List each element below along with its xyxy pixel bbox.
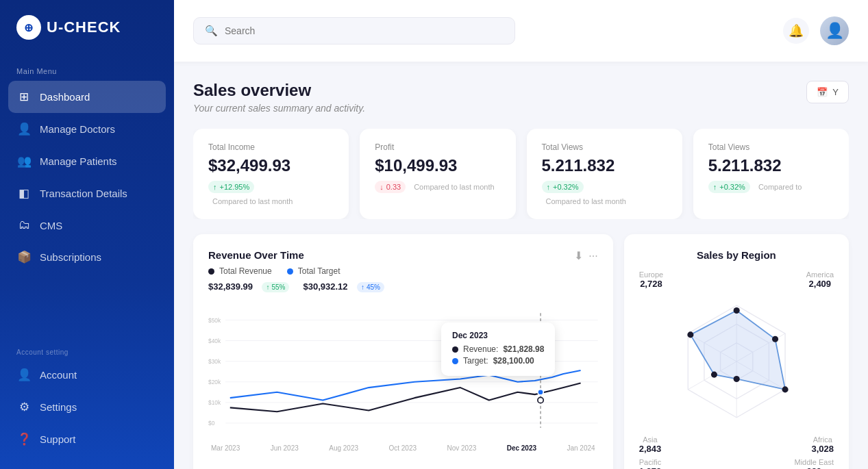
page-title-group: Sales overview Your current sales summar… [193,81,365,114]
chart-title-group: Revenue Over Time Total Revenue Total Ta… [208,249,384,292]
sidebar-item-account[interactable]: 👤 Account [0,359,174,391]
stat-label: Profit [375,142,500,152]
asia-value: 2,843 [639,444,662,454]
svg-text:$20k: $20k [208,379,221,385]
sidebar-item-label: Dashboard [40,91,90,103]
chart-values-row: $32,839.99 ↑ 55% $30,932.12 ↑ 45% [208,280,384,292]
region-middle-east: Middle East 929 [795,458,834,469]
stat-label: Total Views [708,142,834,152]
manage-doctors-icon: 👤 [16,122,32,136]
region-asia: Asia 2,843 [639,435,662,454]
stat-badge-profit: ↓ 0.33 [375,181,406,193]
sidebar: ⊕ U-CHECK Main Menu ⊞ Dashboard 👤 Manage… [0,0,174,469]
svg-point-27 [687,331,693,338]
svg-point-24 [782,386,788,392]
sidebar-item-label: CMS [40,220,62,231]
chart-title: Revenue Over Time [208,249,384,261]
arrow-up-icon: ↑ [713,183,717,191]
radar-container [639,293,834,433]
svg-point-26 [711,372,717,378]
svg-point-14 [538,397,543,403]
topbar-right: 🔔 👤 [783,16,849,45]
sidebar-item-transaction-details[interactable]: ◧ Transaction Details [0,177,174,210]
transaction-icon: ◧ [16,186,32,201]
arrow-down-icon: ↓ [380,183,384,191]
search-box[interactable]: 🔍 [193,17,515,45]
svg-point-22 [733,307,739,314]
revenue-badge: ↑ 55% [262,282,289,292]
more-options-icon[interactable]: ··· [588,250,597,262]
svg-point-25 [733,376,739,382]
america-label: America [806,270,834,279]
america-value: 2,409 [806,279,834,289]
stat-compare: Compared to [758,183,802,191]
sidebar-item-label: Manage Doctors [40,123,115,135]
stat-compare: Compared to last month [546,197,626,205]
logo-icon: ⊕ [16,15,41,40]
target-value: $30,932.12 [303,281,347,292]
sidebar-item-label: Manage Patients [40,155,117,167]
revenue-value: $32,839.99 [208,281,253,292]
svg-point-23 [772,336,778,342]
brand-name: U-CHECK [47,18,121,36]
line-chart-svg: $50k $40k $30k $20k $10k $0 [208,302,598,439]
notification-icon[interactable]: 🔔 [783,18,809,44]
legend-dot-revenue [208,268,214,275]
europe-value: 2,728 [639,279,663,289]
xaxis-label-oct: Oct 2023 [388,444,417,452]
chart-legend: Total Revenue Total Target [208,266,384,276]
sidebar-item-label: Support [40,433,76,445]
sidebar-item-manage-doctors[interactable]: 👤 Manage Doctors [0,113,174,145]
download-icon[interactable]: ⬇ [574,249,583,262]
legend-label-revenue: Total Revenue [219,266,272,276]
xaxis-label-nov: Nov 2023 [447,444,476,452]
stat-value: $32,499.93 [208,156,334,175]
africa-value: 3,028 [811,444,834,454]
middle-east-label: Middle East [795,458,834,466]
sidebar-section-label: Main Menu [0,55,174,81]
page-title: Sales overview [193,81,365,100]
stat-value: $10,499.93 [375,156,500,175]
calendar-label: Y [832,87,839,97]
search-input[interactable] [225,25,504,36]
region-labels-top: Europe 2,728 America 2,409 [639,270,834,289]
xaxis-label-jun: Jun 2023 [271,444,299,452]
pacific-label: Pacific [639,458,662,466]
radar-title: Sales by Region [639,249,834,261]
revenue-value-group: $32,839.99 ↑ 55% [208,280,289,292]
dashboard-icon: ⊞ [16,90,32,104]
main-content: Sales overview Your current sales summar… [174,62,868,469]
svg-text:$30k: $30k [208,358,221,365]
charts-row: Revenue Over Time Total Revenue Total Ta… [193,234,849,469]
target-badge: ↑ 45% [357,282,384,292]
legend-dot-target [287,268,293,275]
xaxis-label-jan: Jan 2024 [567,444,595,452]
legend-revenue: Total Revenue [208,266,272,276]
sidebar-item-cms[interactable]: 🗂 CMS [0,210,174,241]
svg-text:$10k: $10k [208,399,221,406]
stat-label: Total Income [208,142,334,152]
svg-text:$50k: $50k [208,317,221,324]
settings-icon: ⚙ [16,400,32,414]
stat-card-total-views-2: Total Views 5.211.832 ↑ +0.32% Compared … [693,129,849,219]
stat-cards: Total Income $32,499.93 ↑ +12.95% Compar… [193,129,849,219]
stat-card-total-views-1: Total Views 5.211.832 ↑ +0.32% Compared … [527,129,682,219]
page-header: Sales overview Your current sales summar… [193,81,849,114]
stat-label: Total Views [542,142,667,152]
chart-actions[interactable]: ⬇ ··· [574,249,597,262]
svg-text:$40k: $40k [208,338,221,344]
calendar-button[interactable]: 📅 Y [806,81,849,103]
line-chart-container: $50k $40k $30k $20k $10k $0 [208,302,598,452]
user-avatar[interactable]: 👤 [820,16,849,45]
brand-logo[interactable]: ⊕ U-CHECK [0,0,174,55]
calendar-icon: 📅 [817,87,828,97]
sidebar-item-manage-patients[interactable]: 👥 Manage Patients [0,145,174,177]
sidebar-item-support[interactable]: ❓ Support [0,423,174,455]
sidebar-item-label: Transaction Details [40,188,127,199]
sidebar-item-settings[interactable]: ⚙ Settings [0,391,174,423]
sidebar-item-subscriptions[interactable]: 📦 Subscriptions [0,241,174,273]
cms-icon: 🗂 [16,218,32,232]
xaxis-labels: Mar 2023 Jun 2023 Aug 2023 Oct 2023 Nov … [208,444,598,452]
sidebar-item-dashboard[interactable]: ⊞ Dashboard [8,81,166,113]
radar-svg [639,293,834,430]
